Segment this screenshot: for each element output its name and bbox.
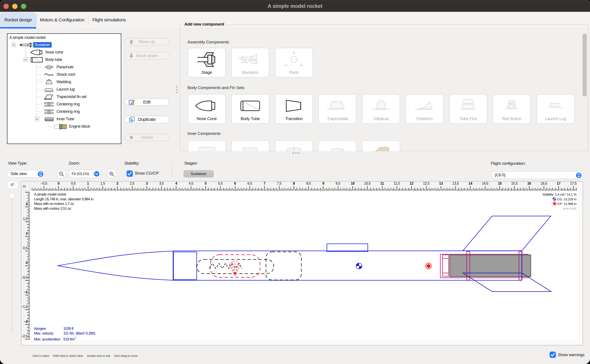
ruler-tick (361, 188, 362, 191)
add-bulkhead-button[interactable] (318, 140, 356, 151)
ruler-tick (438, 188, 438, 191)
add-pods-button[interactable]: Pods (275, 48, 313, 78)
delete-button[interactable]: Delete (125, 134, 169, 141)
tree-row-centering-ring-2[interactable]: Centering ring (43, 108, 81, 116)
splitter-handle-dot[interactable] (176, 89, 178, 90)
component-panel-scrollbar[interactable] (583, 34, 587, 97)
zoom-in-button[interactable] (107, 169, 116, 178)
add-boosters-button[interactable]: Boosters (231, 48, 269, 78)
ruler-tick (27, 283, 30, 284)
rocket-canvas[interactable]: A simple model rocket Length 16,748 in, … (30, 191, 577, 340)
zoom-out-icon (58, 171, 65, 177)
add-nose-cone-button[interactable]: Nose Cone (188, 94, 226, 124)
add-tube-fins-button[interactable]: Tube Fins (449, 94, 487, 124)
ruler-tick (27, 260, 30, 260)
stage-sustainer-toggle[interactable]: Sustainer (184, 170, 214, 177)
splitter-handle-dot[interactable] (176, 92, 178, 93)
shock-cord-icon (43, 71, 55, 78)
ruler-tick (399, 188, 400, 191)
ruler-tick (350, 188, 350, 191)
tree-row-wadding[interactable]: Wadding (43, 78, 73, 86)
add-rail-button-button[interactable]: Rail Button (493, 94, 531, 124)
add-centering-ring-button[interactable] (275, 140, 313, 151)
ruler-tick (174, 189, 175, 191)
edit-label: Edit (125, 99, 169, 104)
ruler-tick (497, 188, 497, 191)
ruler-tick (558, 186, 559, 191)
checkmark-icon (550, 351, 556, 358)
chevron-down-icon (94, 171, 100, 176)
flight-config-select[interactable]: [C6-5] (491, 171, 583, 179)
tree-row-parachute[interactable]: Parachute (43, 64, 75, 71)
ruler-tick (27, 274, 30, 275)
app-window: A simple model rocket Rocket design Moto… (0, 0, 590, 364)
ruler-tick (135, 188, 135, 191)
move-up-button[interactable]: Move up (125, 38, 169, 46)
tree-row-body-tube[interactable]: Body tube (30, 56, 64, 64)
view-type-select[interactable]: Side view (7, 170, 44, 177)
ruler-tick (147, 186, 147, 191)
move-down-button[interactable]: Move down (125, 52, 169, 59)
tree-expander-sustainer[interactable] (12, 43, 16, 47)
splitter-handle-dot[interactable] (295, 152, 297, 154)
ruler-tick (219, 189, 219, 191)
tree-row-inner-tube[interactable]: Inner Tube (43, 116, 76, 123)
tree-row-launch-lug[interactable]: Launch lug (43, 86, 76, 93)
pods-label: Pods (275, 70, 313, 75)
ruler-tick (536, 189, 537, 191)
add-launch-lug-button[interactable]: Launch Lug (536, 94, 575, 124)
add-engine-block-button[interactable] (362, 140, 400, 151)
ruler-label: 1,5 (21, 217, 27, 221)
tab-motors-configuration[interactable]: Motors & Configuration (36, 13, 88, 27)
freeform-label: Freeform (406, 116, 443, 121)
show-cgcp-checkbox[interactable] (127, 170, 133, 177)
ruler-tick (208, 188, 209, 191)
active-tab-underline (0, 27, 36, 29)
ruler-tick (70, 188, 71, 191)
add-freeform-button[interactable]: Freeform (406, 94, 444, 124)
tree-row-engine-block[interactable]: Engine block (53, 123, 92, 130)
add-stage-button[interactable]: Stage (188, 48, 226, 78)
tree-row-root[interactable]: A simple model rocket (8, 34, 47, 41)
rotation-slider-knob[interactable] (9, 193, 15, 199)
rotation-slider-track[interactable] (12, 196, 13, 333)
tree-row-trapezoidal-fin-set[interactable]: Trapezoidal fin set (43, 93, 88, 101)
add-transition-button[interactable]: Transition (275, 94, 313, 124)
duplicate-button[interactable]: Duplicate (125, 116, 169, 123)
add-trapezoidal-button[interactable]: Trapezoidal (318, 94, 356, 124)
tab-flight-simulations[interactable]: Flight simulations (88, 13, 130, 27)
tree-row-sustainer[interactable]: Sustainer (18, 41, 52, 49)
tree-expander-body-tube[interactable] (24, 58, 28, 62)
ruler-tick (427, 189, 428, 191)
ruler-tick (272, 189, 272, 191)
tab-rocket-design[interactable]: Rocket design (0, 13, 36, 27)
edit-button[interactable]: Edit (125, 98, 169, 106)
ruler-tick (69, 189, 69, 191)
add-coupler-button[interactable] (231, 140, 269, 151)
tree-row-shock-cord[interactable]: Shock cord (43, 71, 76, 78)
tree-row-nose-cone[interactable]: Nose cone (30, 49, 65, 56)
tree-row-centering-ring-1[interactable]: Centering ring (43, 101, 81, 108)
centering-ring-icon (43, 108, 55, 115)
section-body-components: Body Components and Fin Sets (188, 85, 244, 90)
add-elliptical-button[interactable]: Elliptical (362, 94, 400, 124)
ruler-tick (539, 189, 540, 191)
ruler-tick (85, 188, 85, 191)
show-warnings-checkbox[interactable] (550, 351, 556, 358)
tree-expander-inner-tube[interactable] (35, 117, 39, 121)
add-inner-tube-button[interactable] (188, 140, 226, 151)
ruler-tick (454, 189, 454, 191)
zoom-out-button[interactable] (57, 169, 66, 178)
ruler-tick (207, 189, 207, 191)
ruler-tick (282, 188, 282, 191)
splitter-handle-dot[interactable] (298, 152, 300, 154)
splitter-handle-dot[interactable] (176, 86, 178, 87)
ruler-tick (97, 188, 97, 191)
ruler-tick (498, 189, 498, 191)
ruler-label: 9,5 (336, 182, 340, 186)
splitter-handle-dot[interactable] (292, 152, 294, 154)
ruler-tick (370, 188, 371, 191)
ruler-tick (266, 189, 266, 191)
add-body-tube-button[interactable]: Body Tube (231, 94, 269, 124)
zoom-select[interactable]: Fit (53,1%) (69, 170, 101, 178)
